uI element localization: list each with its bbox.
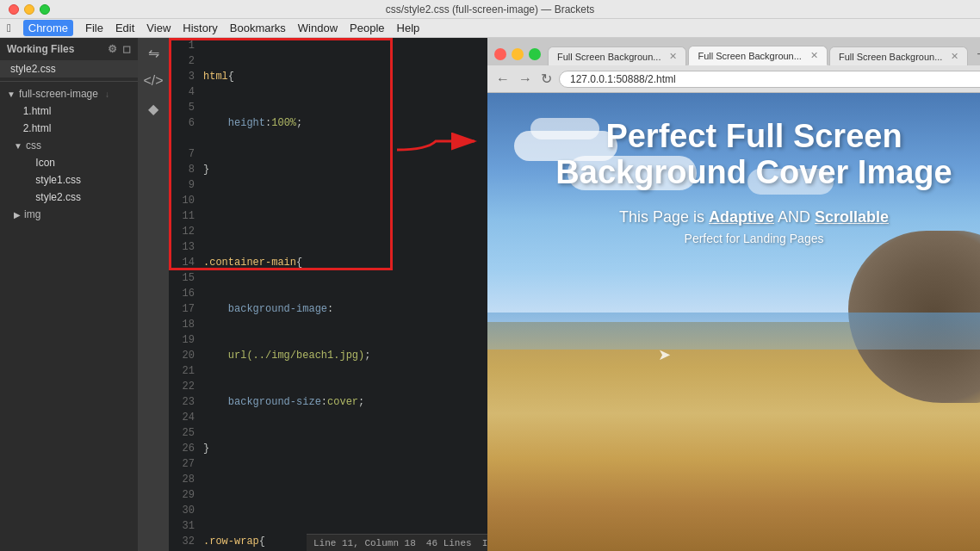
expand-icon[interactable]: ⇋ <box>148 45 159 61</box>
beach-subtitle: This Page is Adaptive AND Scrollable <box>619 208 889 226</box>
refresh-button[interactable]: ↻ <box>539 69 554 89</box>
apple-menu[interactable]:  <box>7 22 11 34</box>
sidebar-folder-img[interactable]: ▶ img <box>7 206 138 223</box>
forward-button[interactable]: → <box>517 70 534 89</box>
code-content[interactable]: html{ height:100%; } .container-main{ ba… <box>200 38 487 551</box>
traffic-lights <box>9 4 50 15</box>
chevron-right-icon-img: ▶ <box>14 210 21 220</box>
tab-2-close[interactable]: ✕ <box>810 50 818 61</box>
minimize-button[interactable] <box>24 4 34 15</box>
close-button[interactable] <box>9 4 19 15</box>
code-icon[interactable]: </> <box>143 73 163 89</box>
sidebar-split-icon[interactable]: ◻ <box>122 43 131 55</box>
sidebar-file-style2[interactable]: style2.css <box>14 189 138 206</box>
browser-tab-3[interactable]: Full Screen Backgroun... ✕ <box>829 46 968 65</box>
editor-inner[interactable]: 1 2 3 4 5 6 7 8 9 10 11 12 13 14 15 16 1… <box>169 38 487 551</box>
browser-tab-2[interactable]: Full Screen Backgroun... ✕ <box>688 46 827 65</box>
url-bar[interactable] <box>559 71 980 88</box>
sidebar-file-1html[interactable]: 1.html <box>7 102 138 120</box>
working-files-label: Working Files <box>7 43 74 55</box>
subtitle-mid: AND <box>774 208 815 226</box>
menu-bookmarks[interactable]: Bookmarks <box>230 22 286 34</box>
sidebar-header-icons: ⚙ ◻ <box>108 43 131 55</box>
beach-description: Perfect for Landing Pages <box>685 232 824 245</box>
cursor-position: Line 11, Column 18 <box>313 538 416 548</box>
sidebar-folder-css[interactable]: ▼ css <box>7 137 138 154</box>
beach-text-overlay: Perfect Full ScreenBackground Cover Imag… <box>487 93 980 551</box>
line-count: 46 Lines <box>426 538 472 548</box>
maximize-button[interactable] <box>40 4 50 15</box>
menu-people[interactable]: People <box>350 22 384 34</box>
back-button[interactable]: ← <box>494 70 512 89</box>
sidebar-file-icon[interactable]: Icon <box>14 154 138 171</box>
subtitle-pre: This Page is <box>619 208 709 226</box>
browser-min-btn[interactable] <box>512 48 524 60</box>
browser-tab-1[interactable]: Full Screen Backgroun... ✕ <box>548 46 686 65</box>
beach-main-title: Perfect Full ScreenBackground Cover Imag… <box>555 119 952 191</box>
menu-bar:  Chrome File Edit View History Bookmark… <box>0 19 980 38</box>
menu-file[interactable]: File <box>85 22 103 34</box>
window-title: css/style2.css (full-screen-image) — Bra… <box>386 3 595 15</box>
sidebar-file-style1[interactable]: style1.css <box>14 171 138 189</box>
folder-contents: 1.html 2.html ▼ css Icon style1.css styl… <box>0 102 138 223</box>
subtitle-adaptive: Adaptive <box>709 208 774 226</box>
editor-pane[interactable]: 1 2 3 4 5 6 7 8 9 10 11 12 13 14 15 16 1… <box>169 38 487 551</box>
app-body: Working Files ⚙ ◻ style2.css ▼ full-scre… <box>0 38 980 551</box>
tab-3-close[interactable]: ✕ <box>951 51 958 62</box>
menu-history[interactable]: History <box>183 22 217 34</box>
sidebar-settings-icon[interactable]: ⚙ <box>108 43 117 55</box>
browser-controls: ← → ↻ ☆ <box>487 65 980 92</box>
subtitle-scrollable: Scrollable <box>815 208 889 226</box>
sidebar: Working Files ⚙ ◻ style2.css ▼ full-scre… <box>0 38 138 551</box>
browser-close-btn[interactable] <box>494 48 506 60</box>
tab-3-label: Full Screen Backgroun... <box>839 52 942 62</box>
browser-pane: Full Screen Backgroun... ✕ Full Screen B… <box>487 38 980 551</box>
sidebar-divider <box>0 81 138 82</box>
menu-window[interactable]: Window <box>298 22 338 34</box>
tab-2-label: Full Screen Backgroun... <box>698 51 801 61</box>
line-numbers: 1 2 3 4 5 6 7 8 9 10 11 12 13 14 15 16 1… <box>169 38 200 551</box>
css-folder-contents: Icon style1.css style2.css <box>7 154 138 206</box>
tab-1-close[interactable]: ✕ <box>669 51 677 62</box>
sidebar-header: Working Files ⚙ ◻ <box>0 38 138 60</box>
new-tab-button[interactable]: + <box>970 43 980 65</box>
ins-mode: INS <box>482 538 487 548</box>
menu-edit[interactable]: Edit <box>115 22 134 34</box>
icon-strip: ⇋ </> ◆ <box>138 38 169 551</box>
browser-content: Perfect Full ScreenBackground Cover Imag… <box>487 93 980 551</box>
chevron-down-icon-css: ▼ <box>14 141 22 151</box>
menu-chrome[interactable]: Chrome <box>23 20 73 36</box>
cursor-indicator: ➤ <box>658 345 671 364</box>
chevron-down-icon: ▼ <box>7 90 16 99</box>
sidebar-file-2html[interactable]: 2.html <box>7 120 138 137</box>
component-icon[interactable]: ◆ <box>148 101 158 117</box>
browser-chrome: Full Screen Backgroun... ✕ Full Screen B… <box>487 38 980 93</box>
browser-max-btn[interactable] <box>529 48 541 60</box>
sidebar-file-style2css[interactable]: style2.css <box>0 60 138 77</box>
sidebar-folder-fullscreen[interactable]: ▼ full-screen-image ↓ <box>0 85 138 102</box>
menu-help[interactable]: Help <box>397 22 420 34</box>
status-bar: Line 11, Column 18 46 Lines INS CSS Spac… <box>307 534 487 551</box>
menu-view[interactable]: View <box>146 22 171 34</box>
tab-1-label: Full Screen Backgroun... <box>557 52 661 62</box>
title-bar: css/style2.css (full-screen-image) — Bra… <box>0 0 980 19</box>
